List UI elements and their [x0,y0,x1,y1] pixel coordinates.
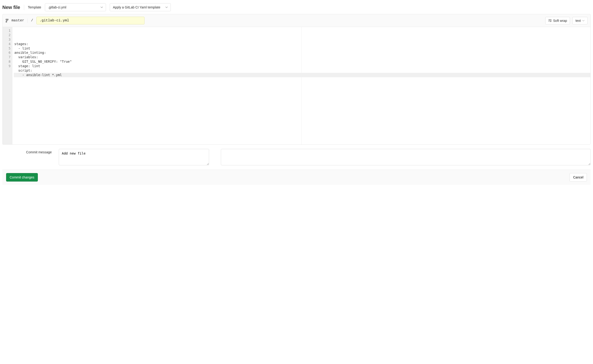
line-number: 1 [4,28,11,33]
line-number: 3 [4,37,11,42]
editor-toolbar: master / Soft wrap text [3,14,590,27]
chevron-down-icon [165,6,168,8]
code-line: script: [14,68,590,73]
editor-panel: master / Soft wrap text 123456789 [2,14,591,145]
filename-input[interactable] [36,17,145,24]
code-line: - lint [14,46,590,51]
template-label: Template [28,5,41,9]
code-line: variables: [14,55,590,59]
branch-icon [5,19,9,23]
commit-message-input[interactable] [59,149,209,165]
chevron-down-icon [582,20,585,22]
footer-bar: Commit changes Cancel [2,169,591,185]
line-number: 7 [4,55,11,59]
line-number: 2 [4,33,11,37]
header-row: New file Template .gitlab-ci.yml Apply a… [2,2,591,14]
line-number: 4 [4,42,11,46]
wrap-icon [548,19,552,23]
syntax-select[interactable]: text [572,17,588,24]
line-number: 8 [4,59,11,64]
print-margin-rule [301,27,302,144]
commit-changes-button[interactable]: Commit changes [6,173,38,182]
template-select[interactable]: .gitlab-ci.yml [45,3,106,11]
branch-name: master [12,19,24,23]
code-line: ansible_linting: [14,51,590,55]
page-title: New file [2,5,24,10]
code-line: - ansible-lint *.yml [14,73,590,77]
branch-indicator: master [5,19,28,23]
chevron-down-icon [100,6,103,8]
line-number: 6 [4,51,11,55]
code-line: stages: [14,42,590,46]
code-editor[interactable]: 123456789 stages: - lintansible_linting:… [3,27,590,144]
code-line: GIT_SSL_NO_VERIFY: "True" [14,59,590,64]
template-select-value: .gitlab-ci.yml [48,5,66,9]
soft-wrap-button[interactable]: Soft wrap [545,17,570,24]
commit-message-label: Commit message [2,149,52,165]
secondary-textarea[interactable] [221,149,591,165]
code-area[interactable]: stages: - lintansible_linting: variables… [13,27,590,144]
svg-point-0 [6,19,7,20]
line-number: 5 [4,46,11,51]
line-number: 9 [4,64,11,68]
line-number-gutter: 123456789 [3,27,13,144]
apply-template-select-value: Apply a GitLab CI Yaml template [113,5,160,9]
syntax-select-value: text [575,19,581,23]
apply-template-select[interactable]: Apply a GitLab CI Yaml template [110,3,171,11]
code-line: stage: lint [14,64,590,68]
svg-point-2 [6,21,7,22]
path-separator: / [30,19,34,23]
soft-wrap-label: Soft wrap [553,19,567,23]
cancel-button[interactable]: Cancel [569,173,587,182]
commit-row: Commit message [2,145,591,165]
svg-point-1 [7,19,8,20]
